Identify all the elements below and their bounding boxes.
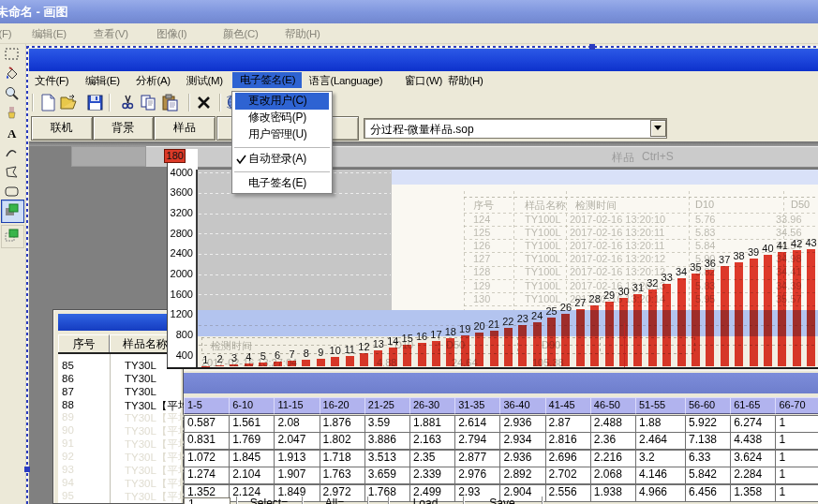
paint-menu-6[interactable]: 帮助(H): [285, 23, 320, 44]
bar: [432, 341, 440, 367]
dashed-divider: [566, 191, 567, 310]
paint-menu-1[interactable]: 文件(F): [0, 23, 11, 44]
bar: [504, 328, 513, 366]
result-cell: 5.922: [685, 415, 736, 433]
result-colheader-66-70: 66-70: [775, 397, 818, 414]
bar: [518, 325, 527, 366]
paint-menu-5[interactable]: 颜色(C): [223, 23, 258, 44]
ty30l-row-num: 95: [62, 490, 74, 501]
selection-handle-left[interactable]: [24, 467, 30, 472]
dropdown-item-5[interactable]: 自动登录(A): [248, 150, 306, 168]
result-cell: 2.976: [454, 467, 505, 484]
result-cell: 2.936: [499, 415, 550, 433]
dashed-divider: [513, 191, 514, 310]
result-edit-field[interactable]: 1: [184, 497, 231, 504]
combo-arrow-icon[interactable]: [654, 126, 662, 132]
dropdown-item-2[interactable]: 修改密码(P): [248, 109, 306, 126]
sample-list-colheader: 序号: [473, 199, 494, 213]
transparent-option-icon[interactable]: [5, 229, 20, 244]
result-button-4[interactable]: Save: [463, 497, 542, 504]
chart-cursor-line: [624, 323, 625, 367]
result-titlebar[interactable]: [184, 373, 818, 393]
brush-tool-icon[interactable]: [4, 106, 20, 120]
result-cell: 1.274: [184, 467, 234, 484]
app-menu-5[interactable]: 电子签名(E): [240, 70, 295, 89]
result-cell: 1.718: [320, 450, 370, 467]
selection-border-left[interactable]: [26, 46, 28, 504]
delete-icon[interactable]: [195, 94, 213, 111]
app-menu-2[interactable]: 编辑(E): [85, 71, 120, 91]
sample-list-cell: 5.76: [695, 214, 715, 225]
paint-menu-3[interactable]: 查看(V): [94, 23, 128, 44]
paint-titlebar[interactable]: [0, 0, 818, 23]
selection-border-top[interactable]: [26, 46, 818, 48]
result-button-separator: [542, 497, 543, 504]
paste-icon[interactable]: [161, 94, 179, 111]
result-button-1[interactable]: Select=: [236, 497, 302, 504]
ty30l-row-num: 87: [62, 386, 74, 397]
quick-button-2[interactable]: 背景: [93, 116, 155, 141]
sample-list-cell: TY100L: [525, 253, 561, 264]
result-cell: 2.696: [545, 450, 596, 467]
result-cell: 1.881: [409, 415, 460, 433]
result-cell: 2.702: [545, 467, 596, 484]
sample-list-cell: 2017-02-16 13:20:12: [570, 253, 665, 264]
screen: 未命名 - 画图文件(F)编辑(E)查看(V)图像(I)颜色(C)帮助(H)A文…: [0, 0, 818, 504]
text-tool-icon[interactable]: A: [4, 126, 20, 140]
select-rect-tool-icon[interactable]: [4, 47, 20, 61]
paint-menu-4[interactable]: 图像(I): [156, 23, 186, 44]
result-cell: 1.907: [274, 467, 324, 484]
selection-handle-top[interactable]: [589, 44, 595, 50]
sample-list-cell: 2017-02-16 13:20:11: [570, 240, 664, 251]
result-cell: 3.59: [364, 415, 415, 433]
dashed-gridline: [199, 254, 391, 255]
copy-icon[interactable]: [140, 94, 157, 111]
dropdown-item-1[interactable]: 更改用户(C): [248, 92, 307, 110]
save-icon[interactable]: [86, 94, 104, 111]
app-menu-1[interactable]: 文件(F): [35, 71, 68, 91]
x-axis-line: [167, 367, 818, 369]
sample-list-cell: TY100L: [525, 280, 561, 291]
opaque-option-icon[interactable]: [5, 203, 20, 218]
curve-tool-icon[interactable]: [4, 145, 20, 159]
result-cell: 1: [775, 432, 818, 450]
result-button-separator: [302, 497, 303, 504]
ty30l-colheader: 序号: [58, 334, 110, 353]
dashed-gridline: [199, 294, 391, 295]
quick-button-3[interactable]: 样品: [154, 116, 216, 141]
fill-bucket-tool-icon[interactable]: [4, 67, 20, 81]
open-icon[interactable]: [60, 94, 78, 111]
magnifier-tool-icon[interactable]: [4, 86, 20, 100]
result-colheader-16-20: 16-20: [320, 397, 370, 414]
app-menu-3[interactable]: 分析(A): [136, 71, 171, 91]
new-icon[interactable]: [39, 94, 57, 111]
result-cell: 3.886: [364, 432, 415, 450]
result-cell: 1.938: [590, 484, 641, 502]
result-colheader-46-50: 46-50: [590, 397, 641, 414]
app-menu-4[interactable]: 测试(M): [186, 71, 223, 91]
result-colheader-56-60: 56-60: [685, 397, 736, 414]
result-cell: 5.842: [685, 467, 736, 484]
dropdown-item-3[interactable]: 用户管理(U): [248, 126, 307, 143]
app-menu-8[interactable]: 帮助(H): [448, 71, 483, 91]
result-cell: 2.216: [590, 450, 641, 467]
app-titlebar[interactable]: [29, 49, 818, 71]
quick-button-1[interactable]: 联机: [31, 116, 93, 141]
result-button-3[interactable]: Load: [388, 497, 463, 504]
result-button-separator: [388, 497, 389, 504]
ty30l-row-num: 91: [62, 437, 74, 449]
cut-icon[interactable]: [119, 94, 137, 111]
paint-menu-2[interactable]: 编辑(E): [32, 23, 67, 44]
y-axis-label: 4000: [150, 167, 193, 178]
dropdown-item-7[interactable]: 电子签名(E): [248, 174, 306, 192]
result-cell: 4.438: [730, 432, 781, 450]
rounded-rect-tool-icon[interactable]: [4, 185, 20, 199]
bar: [662, 284, 671, 367]
polygon-tool-icon[interactable]: [4, 165, 20, 179]
result-cell: 1.913: [274, 450, 324, 467]
app-menu-6[interactable]: 语言(Language): [309, 71, 382, 91]
app-menu-7[interactable]: 窗口(W): [405, 71, 442, 91]
ty30l-row-name: TY30L【平均】: [125, 464, 184, 478]
result-button-2[interactable]: All=: [302, 497, 367, 504]
checkmark-icon[interactable]: [236, 155, 246, 165]
